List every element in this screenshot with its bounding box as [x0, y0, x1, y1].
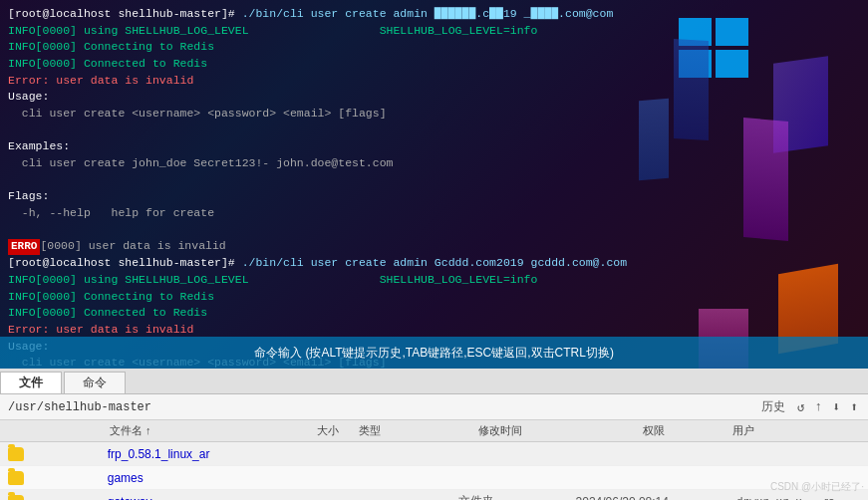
- terminal-line-3: INFO[0000] Connected to Redis: [8, 56, 620, 73]
- terminal-line-6: cli user create <username> <password> <e…: [8, 106, 620, 123]
- folder-icon-2: [8, 495, 24, 501]
- refresh-icon[interactable]: ↺: [795, 399, 807, 415]
- file-name-2: gateway: [108, 495, 322, 501]
- download-icon[interactable]: ⬇: [830, 399, 842, 415]
- terminal-line-13: [8, 222, 620, 239]
- terminal-line-8: Examples:: [8, 138, 620, 155]
- cmd-input-hint: 命令输入 (按ALT键提示历史,TAB键路径,ESC键返回,双击CTRL切换): [254, 345, 614, 362]
- decor-block-2: [743, 118, 788, 241]
- file-list-header: 文件名 ↑ 大小 类型 修改时间 权限 用户: [0, 420, 868, 442]
- terminal-line-16: INFO[0000] using SHELLHUB_LOG_LEVEL SHEL…: [8, 272, 620, 289]
- terminal-line-17: INFO[0000] Connecting to Redis: [8, 289, 620, 306]
- upload-icon[interactable]: ⬆: [848, 399, 860, 415]
- file-type-2: 文件夹: [448, 493, 566, 500]
- terminal-line-15: [root@localhost shellhub-master]# ./bin/…: [8, 255, 620, 272]
- terminal-line-11: Flags:: [8, 188, 620, 205]
- file-icon-cell-1: [0, 471, 108, 485]
- file-name-0: frp_0.58.1_linux_ar: [108, 447, 322, 461]
- folder-icon-1: [8, 471, 24, 485]
- file-icon-cell-0: [0, 447, 108, 461]
- terminal-line-12: -h, --help help for create: [8, 205, 620, 222]
- folder-icon-0: [8, 447, 24, 461]
- terminal-line-0: [root@localhost shellhub-master]# ./bin/…: [8, 6, 620, 23]
- err-badge: ERRO: [8, 239, 40, 255]
- path-bar: /usr/shellhub-master 历史 ↺ ↑ ⬇ ⬆: [0, 394, 868, 420]
- terminal-line-1: INFO[0000] using SHELLHUB_LOG_LEVEL SHEL…: [8, 23, 620, 40]
- tab-bar: 文件 命令: [0, 369, 868, 394]
- file-row-2[interactable]: gateway 文件夹 2024/06/20 08:14 drwxr-xr-x …: [0, 490, 868, 500]
- decor-block-6: [639, 99, 669, 181]
- file-icon-cell-2: [0, 495, 108, 501]
- terminal-window: [root@localhost shellhub-master]# ./bin/…: [0, 0, 868, 369]
- col-name[interactable]: 文件名 ↑: [0, 423, 219, 438]
- watermark: CSDN @小时已经了·: [770, 480, 864, 494]
- file-perm-2: drwxr-xr-x: [731, 496, 819, 501]
- col-size[interactable]: 大小: [219, 423, 349, 438]
- file-name-1: games: [108, 471, 322, 485]
- file-list: frp_0.58.1_linux_ar games gateway: [0, 442, 868, 500]
- tab-files[interactable]: 文件: [0, 372, 62, 393]
- file-user-2: ro: [819, 495, 868, 501]
- file-row-0[interactable]: frp_0.58.1_linux_ar: [0, 442, 868, 466]
- tab-commands[interactable]: 命令: [64, 372, 126, 393]
- col-mtime[interactable]: 修改时间: [468, 423, 638, 438]
- history-button[interactable]: 历史: [757, 398, 789, 415]
- file-manager: 文件 命令 /usr/shellhub-master 历史 ↺ ↑ ⬇ ⬆ 文件…: [0, 369, 868, 500]
- terminal-line-5: Usage:: [8, 89, 620, 106]
- file-mtime-2: 2024/06/20 08:14: [566, 495, 731, 501]
- col-perm[interactable]: 权限: [638, 423, 727, 438]
- file-row-1[interactable]: games: [0, 466, 868, 490]
- terminal-line-7: [8, 123, 620, 139]
- terminal-line-9: cli user create john_doe Secret123!- joh…: [8, 155, 620, 172]
- terminal-line-4: Error: user data is invalid: [8, 73, 620, 90]
- win-block-br: [716, 50, 748, 78]
- terminal-line-2: INFO[0000] Connecting to Redis: [8, 39, 620, 56]
- terminal-line-14: ERRO[0000] user data is invalid: [8, 238, 620, 255]
- terminal-line-10: [8, 172, 620, 189]
- col-user[interactable]: 用户: [727, 423, 777, 438]
- up-dir-icon[interactable]: ↑: [813, 399, 825, 414]
- win-block-tr: [716, 18, 748, 46]
- current-path: /usr/shellhub-master: [8, 400, 751, 414]
- decor-block-4: [674, 39, 709, 140]
- terminal-line-18: INFO[0000] Connected to Redis: [8, 305, 620, 322]
- col-type[interactable]: 类型: [349, 423, 468, 438]
- command-input-bar[interactable]: 命令输入 (按ALT键提示历史,TAB键路径,ESC键返回,双击CTRL切换): [0, 337, 868, 369]
- terminal-output: [root@localhost shellhub-master]# ./bin/…: [0, 0, 628, 369]
